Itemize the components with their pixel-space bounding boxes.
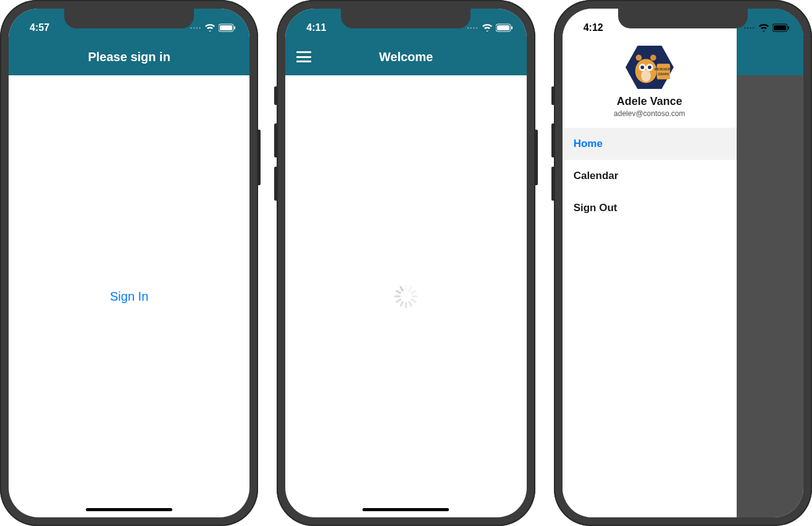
cellular-signal-icon: ●●●●	[743, 26, 755, 30]
menu-item-home[interactable]: Home	[563, 128, 737, 160]
home-indicator[interactable]	[86, 508, 172, 511]
phone-mockup-drawer: MICROSOFT GRAPH Adele Vance adelev@conto…	[554, 0, 812, 526]
svg-text:MICROSOFT: MICROSOFT	[655, 68, 672, 71]
battery-icon	[772, 23, 790, 32]
status-time: 4:12	[584, 22, 603, 33]
phone-mockup-sign-in: 4:57 ●●●● Please sign in Sign In	[0, 0, 258, 526]
menu-item-calendar[interactable]: Calendar	[563, 160, 737, 192]
svg-point-11	[648, 65, 651, 69]
cellular-signal-icon: ●●●●	[467, 26, 479, 30]
status-time: 4:57	[30, 22, 49, 33]
user-avatar: MICROSOFT GRAPH	[626, 46, 674, 90]
svg-point-12	[641, 70, 651, 81]
navigation-drawer: MICROSOFT GRAPH Adele Vance adelev@conto…	[563, 9, 737, 517]
svg-point-15	[635, 55, 642, 61]
drawer-backdrop[interactable]	[735, 9, 803, 517]
svg-rect-21	[774, 25, 786, 30]
battery-icon	[219, 23, 236, 32]
navigation-bar: Please sign in	[9, 38, 249, 75]
device-notch	[341, 9, 471, 28]
menu-item-sign-out[interactable]: Sign Out	[563, 192, 737, 224]
sign-in-button[interactable]: Sign In	[95, 282, 163, 311]
navigation-bar: Welcome	[285, 38, 526, 75]
user-name: Adele Vance	[572, 95, 727, 108]
nav-title: Welcome	[379, 50, 433, 64]
wifi-icon	[759, 24, 769, 31]
svg-point-10	[640, 65, 644, 69]
nav-title: Please sign in	[88, 50, 170, 64]
cellular-signal-icon: ●●●●	[190, 26, 202, 30]
screen-content	[285, 75, 526, 517]
screen-content: Sign In	[9, 75, 249, 517]
svg-rect-5	[511, 27, 513, 30]
wifi-icon	[205, 24, 215, 31]
status-time: 4:11	[306, 22, 326, 33]
loading-spinner-icon	[394, 285, 417, 308]
home-indicator[interactable]	[362, 508, 449, 511]
phone-mockup-welcome: 4:11 ●●●● Welcome	[277, 0, 535, 526]
svg-text:GRAPH: GRAPH	[658, 73, 669, 76]
device-notch	[64, 9, 194, 28]
device-notch	[618, 9, 748, 28]
svg-rect-22	[788, 27, 789, 30]
battery-icon	[496, 23, 513, 32]
user-email: adelev@contoso.com	[572, 109, 727, 118]
hamburger-menu-icon[interactable]	[296, 51, 311, 62]
svg-point-16	[650, 55, 656, 61]
svg-rect-4	[497, 25, 509, 30]
wifi-icon	[482, 24, 492, 31]
svg-rect-17	[657, 64, 670, 79]
svg-rect-1	[220, 25, 232, 30]
svg-rect-2	[234, 27, 235, 30]
